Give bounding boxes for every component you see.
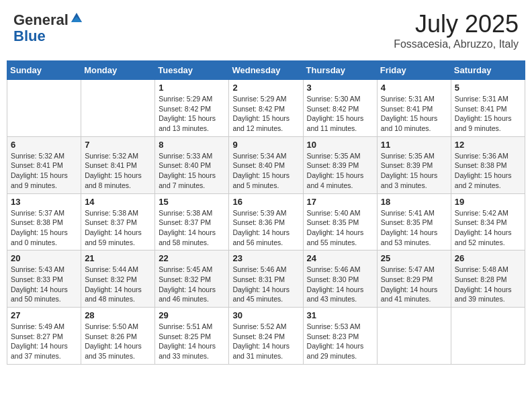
day-number: 22 [159,253,225,263]
day-info: Sunrise: 5:41 AMSunset: 8:35 PMDaylight:… [381,208,447,248]
day-info: Sunrise: 5:35 AMSunset: 8:39 PMDaylight:… [307,151,373,191]
day-info: Sunrise: 5:38 AMSunset: 8:37 PMDaylight:… [159,208,225,248]
calendar-cell: 25Sunrise: 5:47 AMSunset: 8:29 PMDayligh… [377,250,451,308]
day-info: Sunrise: 5:52 AMSunset: 8:24 PMDaylight:… [232,322,299,361]
logo-icon [70,10,83,25]
calendar-cell: 24Sunrise: 5:46 AMSunset: 8:30 PMDayligh… [303,250,377,308]
calendar-cell: 19Sunrise: 5:42 AMSunset: 8:34 PMDayligh… [451,193,525,250]
day-number: 16 [232,197,299,207]
day-info: Sunrise: 5:31 AMSunset: 8:41 PMDaylight:… [381,94,447,134]
day-info: Sunrise: 5:46 AMSunset: 8:30 PMDaylight:… [307,265,373,304]
day-info: Sunrise: 5:33 AMSunset: 8:40 PMDaylight:… [159,151,225,191]
calendar-header-row: SundayMondayTuesdayWednesdayThursdayFrid… [7,61,525,80]
day-number: 19 [455,197,521,207]
day-info: Sunrise: 5:45 AMSunset: 8:32 PMDaylight:… [159,265,225,304]
day-header-wednesday: Wednesday [229,61,303,80]
logo-blue: Blue [13,28,46,44]
day-info: Sunrise: 5:44 AMSunset: 8:32 PMDaylight:… [85,265,151,304]
title-block: July 2025 Fossacesia, Abruzzo, Italy [394,10,519,50]
day-number: 1 [159,83,225,93]
calendar-cell: 10Sunrise: 5:35 AMSunset: 8:39 PMDayligh… [303,136,377,193]
calendar-cell: 3Sunrise: 5:30 AMSunset: 8:42 PMDaylight… [303,80,377,137]
calendar-cell: 14Sunrise: 5:38 AMSunset: 8:37 PMDayligh… [81,193,155,250]
day-header-thursday: Thursday [303,61,377,80]
page-header: General Blue July 2025 Fossacesia, Abruz… [7,7,525,54]
day-number: 20 [11,253,77,263]
calendar-cell: 23Sunrise: 5:46 AMSunset: 8:31 PMDayligh… [229,250,303,308]
calendar-cell: 31Sunrise: 5:53 AMSunset: 8:23 PMDayligh… [303,308,377,365]
location: Fossacesia, Abruzzo, Italy [394,38,519,50]
day-header-monday: Monday [81,61,155,80]
calendar-cell: 1Sunrise: 5:29 AMSunset: 8:42 PMDaylight… [155,80,229,137]
day-info: Sunrise: 5:53 AMSunset: 8:23 PMDaylight:… [307,322,373,361]
day-number: 9 [232,140,299,150]
day-number: 15 [159,197,225,207]
day-number: 24 [307,253,373,263]
day-number: 14 [85,197,151,207]
day-info: Sunrise: 5:42 AMSunset: 8:34 PMDaylight:… [455,208,521,248]
calendar-cell: 5Sunrise: 5:31 AMSunset: 8:41 PMDaylight… [451,80,525,137]
day-info: Sunrise: 5:38 AMSunset: 8:37 PMDaylight:… [85,208,151,248]
calendar-cell: 9Sunrise: 5:34 AMSunset: 8:40 PMDaylight… [229,136,303,193]
calendar-cell: 26Sunrise: 5:48 AMSunset: 8:28 PMDayligh… [451,250,525,308]
day-info: Sunrise: 5:51 AMSunset: 8:25 PMDaylight:… [159,322,225,361]
day-number: 18 [381,197,447,207]
day-number: 26 [455,253,521,263]
calendar-cell: 27Sunrise: 5:49 AMSunset: 8:27 PMDayligh… [7,308,81,365]
day-info: Sunrise: 5:43 AMSunset: 8:33 PMDaylight:… [11,265,77,304]
day-info: Sunrise: 5:30 AMSunset: 8:42 PMDaylight:… [307,94,373,134]
logo-general: General [13,11,69,28]
day-number: 25 [381,253,447,263]
day-number: 13 [11,197,77,207]
calendar-week-3: 13Sunrise: 5:37 AMSunset: 8:38 PMDayligh… [7,193,525,250]
day-number: 10 [307,140,373,150]
day-number: 30 [232,310,299,320]
calendar-cell: 6Sunrise: 5:32 AMSunset: 8:41 PMDaylight… [7,136,81,193]
calendar-cell: 18Sunrise: 5:41 AMSunset: 8:35 PMDayligh… [377,193,451,250]
day-info: Sunrise: 5:35 AMSunset: 8:39 PMDaylight:… [381,151,447,191]
calendar-cell [451,308,525,365]
day-info: Sunrise: 5:50 AMSunset: 8:26 PMDaylight:… [85,322,151,361]
calendar-body: 1Sunrise: 5:29 AMSunset: 8:42 PMDaylight… [7,80,525,365]
calendar-cell: 15Sunrise: 5:38 AMSunset: 8:37 PMDayligh… [155,193,229,250]
day-number: 7 [85,140,151,150]
day-info: Sunrise: 5:36 AMSunset: 8:38 PMDaylight:… [455,151,521,191]
day-info: Sunrise: 5:47 AMSunset: 8:29 PMDaylight:… [381,265,447,304]
day-header-tuesday: Tuesday [155,61,229,80]
calendar-cell: 22Sunrise: 5:45 AMSunset: 8:32 PMDayligh… [155,250,229,308]
logo: General Blue [13,10,83,44]
day-number: 28 [85,310,151,320]
calendar-week-2: 6Sunrise: 5:32 AMSunset: 8:41 PMDaylight… [7,136,525,193]
day-info: Sunrise: 5:29 AMSunset: 8:42 PMDaylight:… [159,94,225,134]
day-info: Sunrise: 5:37 AMSunset: 8:38 PMDaylight:… [11,208,77,248]
day-number: 8 [159,140,225,150]
day-number: 6 [11,140,77,150]
day-number: 17 [307,197,373,207]
day-header-friday: Friday [377,61,451,80]
calendar-cell: 11Sunrise: 5:35 AMSunset: 8:39 PMDayligh… [377,136,451,193]
day-info: Sunrise: 5:34 AMSunset: 8:40 PMDaylight:… [232,151,299,191]
calendar-cell: 4Sunrise: 5:31 AMSunset: 8:41 PMDaylight… [377,80,451,137]
day-info: Sunrise: 5:39 AMSunset: 8:36 PMDaylight:… [232,208,299,248]
month-title: July 2025 [394,10,519,38]
day-number: 23 [232,253,299,263]
calendar-cell: 7Sunrise: 5:32 AMSunset: 8:41 PMDaylight… [81,136,155,193]
calendar-week-4: 20Sunrise: 5:43 AMSunset: 8:33 PMDayligh… [7,250,525,308]
day-info: Sunrise: 5:32 AMSunset: 8:41 PMDaylight:… [85,151,151,191]
calendar-cell: 8Sunrise: 5:33 AMSunset: 8:40 PMDaylight… [155,136,229,193]
calendar-cell: 30Sunrise: 5:52 AMSunset: 8:24 PMDayligh… [229,308,303,365]
calendar-cell [7,80,81,137]
calendar-cell: 29Sunrise: 5:51 AMSunset: 8:25 PMDayligh… [155,308,229,365]
day-number: 31 [307,310,373,320]
day-info: Sunrise: 5:29 AMSunset: 8:42 PMDaylight:… [232,94,299,134]
day-number: 29 [159,310,225,320]
day-number: 21 [85,253,151,263]
calendar-cell: 16Sunrise: 5:39 AMSunset: 8:36 PMDayligh… [229,193,303,250]
day-number: 12 [455,140,521,150]
day-header-sunday: Sunday [7,61,81,80]
day-number: 3 [307,83,373,93]
day-info: Sunrise: 5:40 AMSunset: 8:35 PMDaylight:… [307,208,373,248]
calendar-week-1: 1Sunrise: 5:29 AMSunset: 8:42 PMDaylight… [7,80,525,137]
day-header-saturday: Saturday [451,61,525,80]
day-number: 11 [381,140,447,150]
